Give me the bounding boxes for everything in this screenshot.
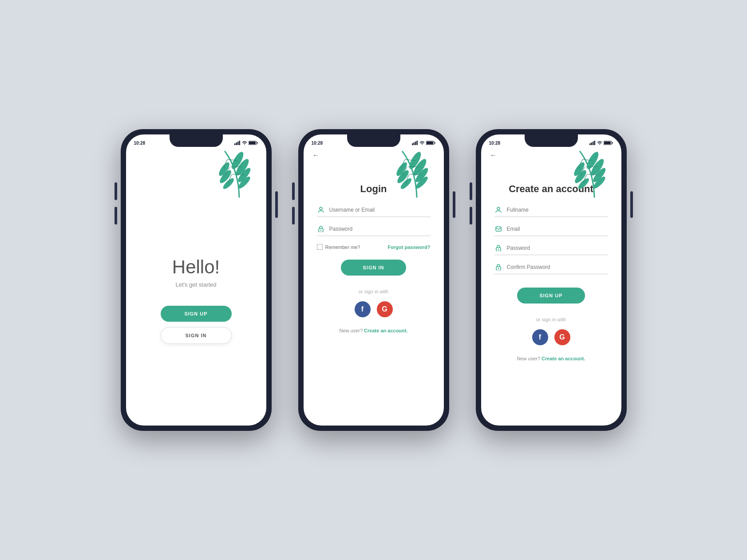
svg-rect-12 — [249, 142, 256, 144]
leaf-decoration — [204, 145, 262, 203]
status-icons — [589, 141, 613, 145]
svg-rect-9 — [237, 142, 239, 145]
password-input-row — [317, 225, 431, 236]
fullname-input[interactable] — [507, 207, 608, 213]
vol-down-button — [115, 207, 117, 225]
email-icon — [494, 225, 502, 233]
svg-rect-21 — [412, 143, 413, 145]
svg-point-28 — [320, 207, 322, 210]
confirm-password-input-row — [494, 263, 608, 274]
or-text: or sign in with — [536, 317, 566, 322]
svg-rect-43 — [604, 142, 611, 144]
forgot-password-link[interactable]: Forgot password? — [388, 245, 431, 250]
vol-up-button — [115, 182, 117, 200]
welcome-subtitle: Let's get started — [175, 281, 216, 288]
status-icons — [412, 141, 436, 145]
svg-rect-46 — [496, 227, 501, 231]
lock-icon — [494, 244, 502, 252]
svg-rect-24 — [416, 141, 418, 145]
signup-button[interactable]: SIGN UP — [517, 288, 585, 304]
power-button — [275, 191, 278, 218]
notch — [347, 134, 400, 147]
or-text: or sign in with — [359, 289, 388, 294]
password-input[interactable] — [329, 226, 431, 232]
svg-rect-8 — [236, 142, 237, 145]
svg-point-45 — [497, 207, 500, 210]
wifi-icon — [597, 141, 602, 145]
battery-icon — [249, 141, 258, 145]
remember-label: Remember me? — [325, 245, 388, 250]
back-button[interactable]: ← — [312, 151, 320, 159]
facebook-button[interactable]: f — [355, 301, 371, 317]
facebook-button[interactable]: f — [532, 329, 548, 345]
vol-up-button — [292, 182, 295, 200]
notch — [170, 134, 223, 147]
lock-icon — [317, 225, 325, 233]
signal-icon — [589, 141, 596, 145]
social-buttons: f G — [532, 329, 570, 345]
status-time: 10:28 — [489, 141, 501, 146]
email-input[interactable] — [507, 226, 608, 232]
phone-welcome: 10:28 — [121, 129, 272, 431]
status-icons — [234, 141, 258, 145]
wifi-icon — [419, 141, 425, 145]
wifi-icon — [242, 141, 247, 145]
svg-rect-22 — [413, 142, 415, 145]
svg-rect-44 — [612, 142, 613, 144]
svg-rect-13 — [257, 142, 258, 144]
password-input[interactable] — [507, 245, 608, 251]
user-icon — [494, 206, 502, 214]
google-button[interactable]: G — [377, 301, 393, 317]
status-time: 10:28 — [312, 141, 323, 146]
power-button — [630, 191, 633, 218]
svg-rect-7 — [234, 143, 236, 145]
svg-rect-27 — [435, 142, 435, 144]
confirm-password-input[interactable] — [507, 264, 608, 270]
vol-down-button — [470, 207, 472, 225]
leaf-decoration — [559, 145, 617, 203]
welcome-title: Hello! — [172, 256, 220, 278]
create-account-link[interactable]: Create an account. — [541, 356, 585, 361]
phone-register: 10:28 — [476, 129, 627, 431]
email-input-row — [494, 225, 608, 236]
user-icon — [317, 206, 325, 214]
svg-rect-10 — [239, 141, 240, 145]
battery-icon — [426, 141, 436, 145]
new-user-text: New user? Create an account. — [517, 356, 585, 361]
back-button[interactable]: ← — [490, 151, 497, 159]
new-user-text: New user? Create an account. — [339, 328, 407, 333]
leaf-decoration — [382, 145, 439, 203]
svg-rect-40 — [593, 142, 594, 145]
svg-point-50 — [498, 268, 498, 269]
svg-point-30 — [320, 230, 321, 231]
svg-rect-26 — [427, 142, 433, 144]
username-input-row — [317, 206, 431, 217]
phone-login: 10:28 — [298, 129, 449, 431]
power-button — [453, 191, 455, 218]
vol-down-button — [292, 207, 295, 225]
vol-up-button — [470, 182, 472, 200]
create-account-link[interactable]: Create an account. — [364, 328, 407, 333]
svg-rect-38 — [589, 143, 591, 145]
remember-checkbox[interactable] — [317, 244, 323, 250]
battery-icon — [604, 141, 613, 145]
username-input[interactable] — [329, 207, 431, 213]
svg-rect-41 — [594, 141, 595, 145]
lock-confirm-icon — [494, 263, 502, 271]
fullname-input-row — [494, 206, 608, 217]
remember-row: Remember me? Forgot password? — [317, 244, 431, 250]
signal-icon — [412, 141, 418, 145]
signin-button[interactable]: SIGN IN — [341, 260, 407, 276]
signal-icon — [234, 141, 241, 145]
svg-point-48 — [498, 249, 498, 250]
social-buttons: f G — [355, 301, 393, 317]
notch — [525, 134, 578, 147]
svg-rect-39 — [591, 142, 592, 145]
status-time: 10:28 — [134, 141, 146, 146]
google-button[interactable]: G — [554, 329, 570, 345]
svg-rect-23 — [415, 142, 416, 145]
signin-button[interactable]: SIGN IN — [161, 327, 232, 344]
signup-button[interactable]: SIGN UP — [161, 306, 232, 322]
password-input-row — [494, 244, 608, 255]
